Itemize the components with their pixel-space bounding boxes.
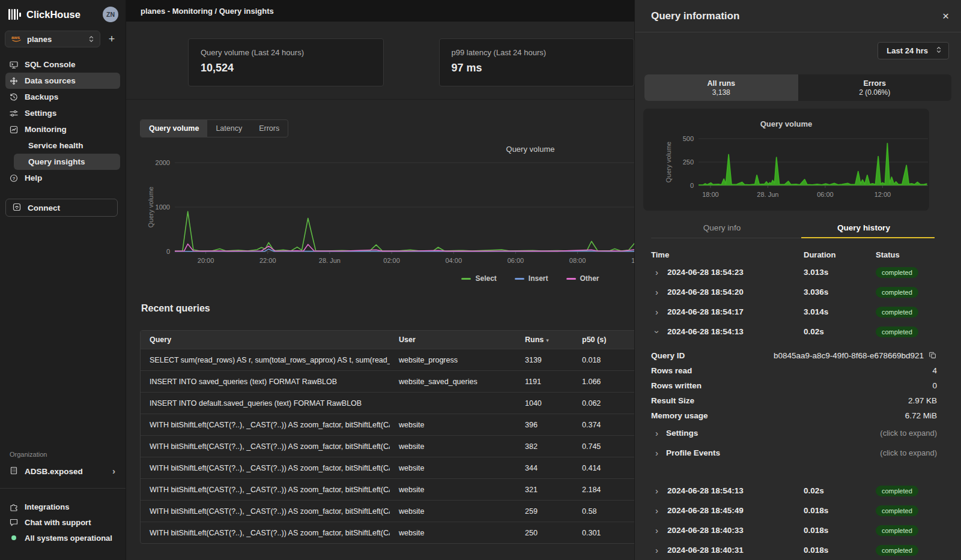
chevron-down-icon[interactable]: › [653,330,661,333]
cell-user: website [390,486,516,494]
tab-errors[interactable]: Errors [250,120,288,137]
chevron-right-icon[interactable]: › [655,526,658,535]
chevron-right-icon[interactable]: › [655,308,658,316]
sidebar-item-backups[interactable]: Backups [5,89,120,105]
chevron-right-icon[interactable]: › [655,546,658,555]
table-row[interactable]: WITH bitShiftLeft(CAST(?..), _CAST(?..))… [141,457,634,478]
history-row[interactable]: ›2024-06-28 18:54:203.036scompleted [635,282,961,302]
history-row[interactable]: ›2024-06-28 18:54:173.014scompleted [635,302,961,322]
table-row[interactable]: WITH bitShiftLeft(CAST(?..), _CAST(?..))… [141,522,634,543]
chevron-right-icon[interactable]: › [655,268,658,277]
connect-label: Connect [28,203,60,212]
legend-item-other[interactable]: Other [566,274,599,283]
sidebar-item-sql-console[interactable]: SQL Console [5,56,120,73]
sidebar-item-data-sources[interactable]: Data sources [5,73,120,89]
chart-icon [9,125,19,134]
expandable-profile-events[interactable]: ›Profile Events(click to expand) [635,443,961,463]
workspace-selector[interactable]: aws planes [5,31,100,47]
table-row[interactable]: SELECT sum(read_rows) AS r, sum(total_ro… [141,349,634,370]
tab-query-volume[interactable]: Query volume [141,120,207,137]
chevron-right-icon[interactable]: › [655,507,658,515]
expandable-settings[interactable]: ›Settings(click to expand) [635,423,961,443]
table-row[interactable]: WITH bitShiftLeft(CAST(?..), _CAST(?..))… [141,414,634,435]
sidebar-item-monitoring[interactable]: Monitoring [5,121,120,137]
svg-text:06:00: 06:00 [508,257,524,264]
connect-button[interactable]: Connect [5,199,118,217]
svg-text:Query volume: Query volume [665,142,672,182]
column-header-query[interactable]: Query [141,336,390,344]
clickhouse-bars-icon [8,9,21,20]
history-time: 2024-06-28 18:54:13 [667,327,804,336]
sidebar-item-query-insights[interactable]: Query insights [14,154,120,170]
cell-query: WITH bitShiftLeft(CAST(?..), _CAST(?..))… [141,529,390,537]
svg-text:Query volume: Query volume [147,187,154,227]
column-header-user[interactable]: User [390,336,516,344]
legend-item-select[interactable]: Select [461,274,496,283]
runs-errors-toggle: All runs3,138Errors2 (0.06%) [644,74,951,101]
history-row[interactable]: ›2024-06-28 18:54:130.02scompleted [635,481,961,501]
tab-latency[interactable]: Latency [207,120,250,137]
cell-user: website [390,442,516,451]
tab-query-history[interactable]: Query history [793,220,935,238]
sidebar-item-chat-with-support[interactable]: Chat with support [5,514,120,530]
toggle-errors[interactable]: Errors2 (0.06%) [798,74,952,101]
svg-text:04:00: 04:00 [445,257,462,264]
organization-item[interactable]: ADSB.exposed › [5,463,120,479]
column-header-p50-s-[interactable]: p50 (s) [573,336,634,344]
table-row[interactable]: INSERT INTO default.saved_queries (text)… [141,392,634,414]
stat-label: Query volume (Last 24 hours) [201,48,371,57]
close-icon[interactable]: × [942,10,949,22]
table-row[interactable]: WITH bitShiftLeft(CAST(?..), _CAST(?..))… [141,435,634,457]
connect-icon [12,202,22,214]
sidebar-item-settings[interactable]: Settings [5,105,120,121]
sidebar-item-help[interactable]: ?Help [5,170,120,186]
svg-text:20:00: 20:00 [198,257,214,264]
table-row[interactable]: INSERT INTO saved_queries (text) FORMAT … [141,370,634,392]
column-header-runs[interactable]: Runs▾ [516,336,573,344]
legend-swatch [461,278,471,280]
history-column-status: Status [876,250,961,259]
expandable-hint: (click to expand) [880,448,937,457]
history-header: TimeDurationStatus [635,247,961,262]
topbar: planes - Monitoring / Query insights [126,0,634,22]
chevron-right-icon[interactable]: › [655,487,658,495]
chevron-right-icon: › [655,449,658,457]
monitor-icon [9,60,19,70]
legend-item-insert[interactable]: Insert [515,274,548,283]
table-header: QueryUserRuns▾p50 (s) [141,331,634,349]
add-service-button[interactable]: + [104,31,120,47]
sidebar-item-service-health[interactable]: Service health [14,137,120,154]
cell-runs: 396 [516,421,573,429]
clickhouse-logo[interactable]: ClickHouse [8,9,80,20]
history-row[interactable]: ›2024-06-28 18:40:330.018scompleted [635,520,961,540]
app-window: ClickHouse ZN aws planes + SQL ConsoleDa… [0,0,961,560]
history-duration: 3.036s [804,288,876,297]
table-row[interactable]: WITH bitShiftLeft(CAST(?..), _CAST(?..))… [141,478,634,500]
sidebar-header: ClickHouse ZN [0,0,126,22]
history-row[interactable]: ›2024-06-28 18:45:490.018scompleted [635,501,961,520]
help-icon: ? [9,173,19,183]
toggle-all-runs[interactable]: All runs3,138 [644,74,798,101]
copy-icon[interactable] [929,351,937,360]
sidebar-item-label: Service health [14,141,83,150]
cell-p50: 0.58 [573,507,634,516]
table-row[interactable]: WITH bitShiftLeft(CAST(?..), _CAST(?..))… [141,500,634,522]
sidebar-item-label: Help [25,173,42,182]
chevron-right-icon[interactable]: › [655,288,658,297]
sidebar-item-label: Integrations [25,502,69,511]
cell-user: website_progress [390,356,516,364]
history-row[interactable]: ›2024-06-28 18:40:310.018scompleted [635,540,961,560]
cell-p50: 0.745 [573,442,634,451]
sidebar-item-integrations[interactable]: Integrations [5,499,120,514]
workspace-row: aws planes + [0,22,126,47]
status-badge: completed [876,486,918,496]
history-row[interactable]: ›2024-06-28 18:54:130.02scompleted [635,322,961,342]
sidebar-item-system-status[interactable]: All systems operational [5,530,120,546]
tab-query-info[interactable]: Query info [651,220,793,238]
time-range-select[interactable]: Last 24 hrs [878,42,949,59]
avatar[interactable]: ZN [103,7,118,22]
history-row[interactable]: ›2024-06-28 18:54:233.013scompleted [635,262,961,282]
cell-query: WITH bitShiftLeft(CAST(?..), _CAST(?..))… [141,464,390,472]
panel-tabs: Query infoQuery history [651,220,935,238]
stat-card: Query volume (Last 24 hours)10,524 [188,38,384,86]
